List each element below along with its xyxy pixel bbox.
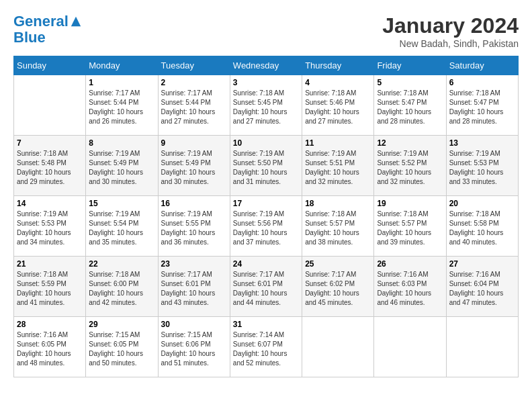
table-row: 8 Sunrise: 7:19 AM Sunset: 5:49 PM Dayli… <box>86 136 158 196</box>
logo-icon <box>70 15 82 28</box>
daylight-text: Daylight: 10 hours and 40 minutes. <box>449 229 504 246</box>
calendar-week-row: 14 Sunrise: 7:19 AM Sunset: 5:53 PM Dayl… <box>14 196 519 257</box>
day-info: Sunrise: 7:18 AM Sunset: 6:00 PM Dayligh… <box>89 270 154 308</box>
calendar-week-row: 28 Sunrise: 7:16 AM Sunset: 6:05 PM Dayl… <box>14 317 519 377</box>
daylight-text: Daylight: 10 hours and 51 minutes. <box>161 350 216 367</box>
sunset-text: Sunset: 5:57 PM <box>377 220 427 227</box>
day-number: 20 <box>449 199 515 208</box>
sunset-text: Sunset: 5:53 PM <box>449 159 499 167</box>
table-row: 15 Sunrise: 7:19 AM Sunset: 5:54 PM Dayl… <box>86 196 158 257</box>
day-info: Sunrise: 7:16 AM Sunset: 6:04 PM Dayligh… <box>449 270 515 308</box>
table-row: 9 Sunrise: 7:19 AM Sunset: 5:49 PM Dayli… <box>158 136 230 196</box>
sunset-text: Sunset: 5:47 PM <box>449 99 499 106</box>
col-friday: Friday <box>374 56 446 75</box>
col-thursday: Thursday <box>302 56 374 75</box>
sunrise-text: Sunrise: 7:18 AM <box>377 210 428 218</box>
sunrise-text: Sunrise: 7:16 AM <box>17 331 68 338</box>
table-row: 23 Sunrise: 7:17 AM Sunset: 6:01 PM Dayl… <box>158 257 230 317</box>
sunset-text: Sunset: 5:49 PM <box>161 159 211 167</box>
sunset-text: Sunset: 5:52 PM <box>377 159 427 167</box>
location-subtitle: New Badah, Sindh, Pakistan <box>382 38 519 49</box>
daylight-text: Daylight: 10 hours and 46 minutes. <box>377 289 431 306</box>
sunrise-text: Sunrise: 7:17 AM <box>233 271 284 278</box>
table-row: 7 Sunrise: 7:18 AM Sunset: 5:48 PM Dayli… <box>14 136 86 196</box>
day-info: Sunrise: 7:18 AM Sunset: 5:58 PM Dayligh… <box>449 210 515 247</box>
table-row: 21 Sunrise: 7:18 AM Sunset: 5:59 PM Dayl… <box>14 257 86 317</box>
day-info: Sunrise: 7:16 AM Sunset: 6:03 PM Dayligh… <box>377 270 443 308</box>
daylight-text: Daylight: 10 hours and 39 minutes. <box>377 229 431 246</box>
sunset-text: Sunset: 5:53 PM <box>17 220 66 227</box>
day-number: 27 <box>449 259 515 269</box>
day-info: Sunrise: 7:17 AM Sunset: 6:01 PM Dayligh… <box>233 270 299 308</box>
sunrise-text: Sunrise: 7:18 AM <box>449 210 500 218</box>
daylight-text: Daylight: 10 hours and 27 minutes. <box>233 108 287 125</box>
title-block: January 2024 New Badah, Sindh, Pakistan <box>382 13 519 49</box>
table-row: 22 Sunrise: 7:18 AM Sunset: 6:00 PM Dayl… <box>86 257 158 317</box>
day-number: 26 <box>377 259 443 269</box>
daylight-text: Daylight: 10 hours and 37 minutes. <box>233 229 287 246</box>
table-row: 3 Sunrise: 7:18 AM Sunset: 5:45 PM Dayli… <box>230 75 302 136</box>
col-saturday: Saturday <box>446 56 518 75</box>
svg-marker-0 <box>71 17 81 26</box>
sunrise-text: Sunrise: 7:18 AM <box>377 89 428 97</box>
table-row: 11 Sunrise: 7:19 AM Sunset: 5:51 PM Dayl… <box>302 136 374 196</box>
sunrise-text: Sunrise: 7:16 AM <box>449 271 500 278</box>
sunset-text: Sunset: 6:01 PM <box>233 280 283 287</box>
sunrise-text: Sunrise: 7:19 AM <box>233 150 284 157</box>
sunset-text: Sunset: 6:01 PM <box>161 280 211 287</box>
table-row: 10 Sunrise: 7:19 AM Sunset: 5:50 PM Dayl… <box>230 136 302 196</box>
sunset-text: Sunset: 6:02 PM <box>305 280 355 287</box>
page-header: General Blue January 2024 New Badah, Sin… <box>13 13 519 49</box>
daylight-text: Daylight: 10 hours and 43 minutes. <box>161 289 216 306</box>
table-row: 14 Sunrise: 7:19 AM Sunset: 5:53 PM Dayl… <box>14 196 86 257</box>
day-info: Sunrise: 7:19 AM Sunset: 5:52 PM Dayligh… <box>377 149 443 187</box>
day-info: Sunrise: 7:17 AM Sunset: 6:01 PM Dayligh… <box>161 270 227 308</box>
daylight-text: Daylight: 10 hours and 26 minutes. <box>89 108 143 125</box>
day-number: 5 <box>377 78 443 87</box>
sunset-text: Sunset: 5:55 PM <box>161 220 211 227</box>
sunset-text: Sunset: 5:57 PM <box>305 220 355 227</box>
table-row: 13 Sunrise: 7:19 AM Sunset: 5:53 PM Dayl… <box>446 136 518 196</box>
day-number: 24 <box>233 259 299 269</box>
day-info: Sunrise: 7:19 AM Sunset: 5:51 PM Dayligh… <box>305 149 371 187</box>
sunrise-text: Sunrise: 7:15 AM <box>161 331 212 338</box>
day-number: 15 <box>89 199 154 208</box>
daylight-text: Daylight: 10 hours and 36 minutes. <box>161 229 216 246</box>
daylight-text: Daylight: 10 hours and 32 minutes. <box>377 169 431 185</box>
sunset-text: Sunset: 6:04 PM <box>449 280 499 287</box>
sunset-text: Sunset: 5:59 PM <box>17 280 66 287</box>
day-info: Sunrise: 7:14 AM Sunset: 6:07 PM Dayligh… <box>233 330 299 368</box>
daylight-text: Daylight: 10 hours and 47 minutes. <box>449 289 504 306</box>
sunrise-text: Sunrise: 7:18 AM <box>449 89 500 97</box>
sunrise-text: Sunrise: 7:19 AM <box>89 150 140 157</box>
col-monday: Monday <box>86 56 158 75</box>
daylight-text: Daylight: 10 hours and 29 minutes. <box>17 169 71 185</box>
table-row: 12 Sunrise: 7:19 AM Sunset: 5:52 PM Dayl… <box>374 136 446 196</box>
table-row: 4 Sunrise: 7:18 AM Sunset: 5:46 PM Dayli… <box>302 75 374 136</box>
table-row: 2 Sunrise: 7:17 AM Sunset: 5:44 PM Dayli… <box>158 75 230 136</box>
day-info: Sunrise: 7:17 AM Sunset: 5:44 PM Dayligh… <box>161 89 227 126</box>
logo: General Blue <box>13 13 82 46</box>
sunrise-text: Sunrise: 7:19 AM <box>377 150 428 157</box>
day-info: Sunrise: 7:16 AM Sunset: 6:05 PM Dayligh… <box>17 330 83 368</box>
day-info: Sunrise: 7:18 AM Sunset: 5:59 PM Dayligh… <box>17 270 83 308</box>
table-row: 16 Sunrise: 7:19 AM Sunset: 5:55 PM Dayl… <box>158 196 230 257</box>
daylight-text: Daylight: 10 hours and 31 minutes. <box>233 169 287 185</box>
day-number: 2 <box>161 78 227 87</box>
table-row <box>14 75 86 136</box>
sunrise-text: Sunrise: 7:17 AM <box>161 271 212 278</box>
daylight-text: Daylight: 10 hours and 30 minutes. <box>161 169 216 185</box>
sunrise-text: Sunrise: 7:18 AM <box>17 150 68 157</box>
day-info: Sunrise: 7:18 AM Sunset: 5:57 PM Dayligh… <box>377 210 443 247</box>
daylight-text: Daylight: 10 hours and 34 minutes. <box>17 229 71 246</box>
day-number: 3 <box>233 78 299 87</box>
sunset-text: Sunset: 5:51 PM <box>305 159 355 167</box>
daylight-text: Daylight: 10 hours and 27 minutes. <box>161 108 216 125</box>
day-number: 28 <box>17 320 83 329</box>
day-number: 18 <box>305 199 371 208</box>
day-number: 12 <box>377 138 443 148</box>
day-number: 17 <box>233 199 299 208</box>
sunset-text: Sunset: 5:50 PM <box>233 159 283 167</box>
daylight-text: Daylight: 10 hours and 35 minutes. <box>89 229 143 246</box>
daylight-text: Daylight: 10 hours and 42 minutes. <box>89 289 143 306</box>
